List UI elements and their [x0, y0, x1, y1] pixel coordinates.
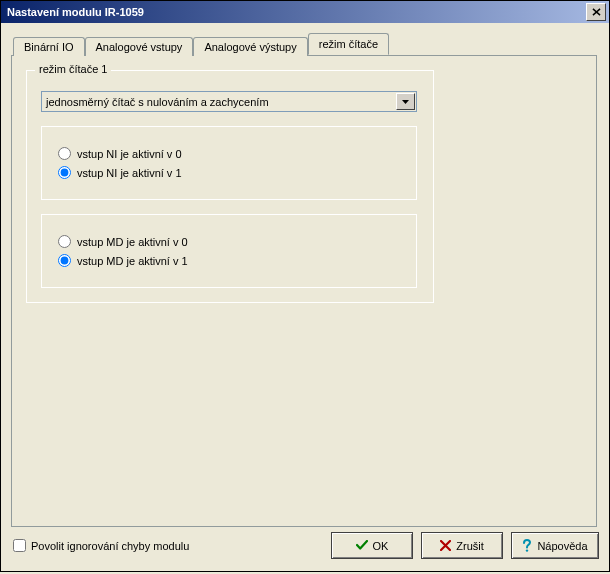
group-md: vstup MD je aktivní v 0 vstup MD je akti… [41, 214, 417, 288]
close-button[interactable] [586, 3, 606, 21]
button-row: OK Zrušit Nápověda [331, 532, 599, 559]
checkbox-label: Povolit ignorování chyby modulu [31, 540, 189, 552]
bottom-bar: Povolit ignorování chyby modulu OK Zruši… [11, 532, 599, 559]
dialog-window: Nastavení modulu IR-1059 Binární IO Anal… [0, 0, 610, 572]
radio-input[interactable] [58, 147, 71, 160]
radio-md-active-0[interactable]: vstup MD je aktivní v 0 [56, 235, 402, 248]
tab-analog-outputs[interactable]: Analogové výstupy [193, 37, 307, 56]
radio-label: vstup NI je aktivní v 1 [77, 167, 182, 179]
group-ni: vstup NI je aktivní v 0 vstup NI je akti… [41, 126, 417, 200]
ignore-errors-checkbox[interactable]: Povolit ignorování chyby modulu [11, 539, 189, 552]
cancel-button[interactable]: Zrušit [421, 532, 503, 559]
client-area: Binární IO Analogové vstupy Analogové vý… [1, 23, 609, 571]
group-counter-mode-1: režim čítače 1 jednosměrný čítač s nulov… [26, 70, 434, 303]
tab-label: Analogové výstupy [204, 41, 296, 53]
help-button[interactable]: Nápověda [511, 532, 599, 559]
svg-point-0 [526, 549, 528, 551]
tab-counter-mode[interactable]: režim čítače [308, 33, 389, 55]
radio-input[interactable] [58, 254, 71, 267]
question-icon [522, 539, 532, 553]
dropdown-button[interactable] [396, 93, 415, 110]
cross-icon [440, 540, 451, 551]
check-icon [356, 540, 368, 551]
tab-binary-io[interactable]: Binární IO [13, 37, 85, 56]
radio-input[interactable] [58, 235, 71, 248]
button-label: Nápověda [537, 540, 587, 552]
dropdown-selected-value: jednosměrný čítač s nulováním a zachycen… [46, 96, 269, 108]
group-title: režim čítače 1 [35, 63, 111, 75]
radio-label: vstup MD je aktivní v 0 [77, 236, 188, 248]
radio-label: vstup NI je aktivní v 0 [77, 148, 182, 160]
tab-label: Binární IO [24, 41, 74, 53]
tab-strip: Binární IO Analogové vstupy Analogové vý… [13, 33, 599, 55]
checkbox-input[interactable] [13, 539, 26, 552]
radio-ni-active-1[interactable]: vstup NI je aktivní v 1 [56, 166, 402, 179]
radio-ni-active-0[interactable]: vstup NI je aktivní v 0 [56, 147, 402, 160]
chevron-down-icon [402, 100, 409, 104]
radio-label: vstup MD je aktivní v 1 [77, 255, 188, 267]
title-bar: Nastavení modulu IR-1059 [1, 1, 609, 23]
radio-md-active-1[interactable]: vstup MD je aktivní v 1 [56, 254, 402, 267]
button-label: Zrušit [456, 540, 484, 552]
button-label: OK [373, 540, 389, 552]
tab-analog-inputs[interactable]: Analogové vstupy [85, 37, 194, 56]
window-title: Nastavení modulu IR-1059 [7, 6, 144, 18]
close-icon [592, 8, 601, 16]
ok-button[interactable]: OK [331, 532, 413, 559]
radio-input[interactable] [58, 166, 71, 179]
tab-label: režim čítače [319, 38, 378, 50]
tab-panel: režim čítače 1 jednosměrný čítač s nulov… [11, 55, 597, 527]
counter-mode-dropdown[interactable]: jednosměrný čítač s nulováním a zachycen… [41, 91, 417, 112]
tab-label: Analogové vstupy [96, 41, 183, 53]
